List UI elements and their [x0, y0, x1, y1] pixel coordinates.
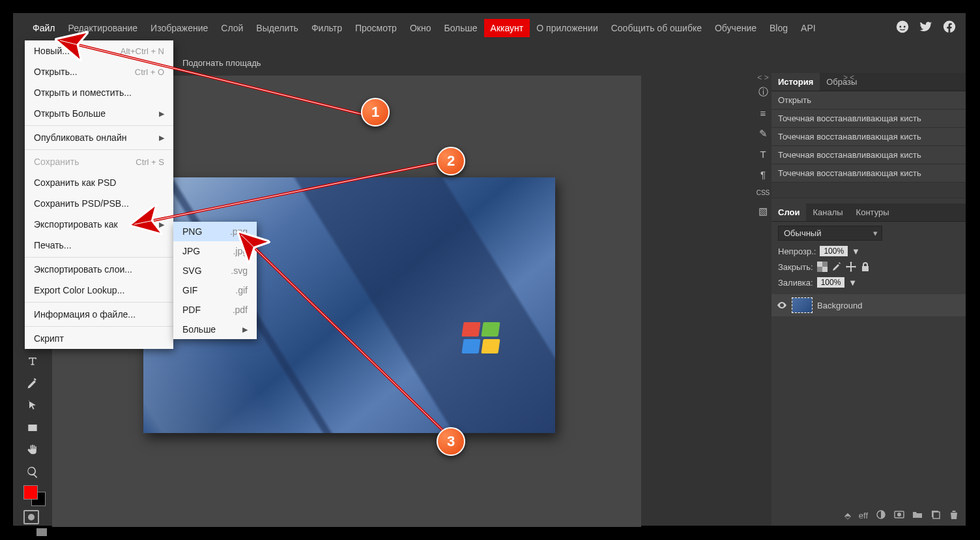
file-save-psb[interactable]: Сохранить PSD/PSB... [25, 193, 173, 214]
rectangle-tool[interactable] [23, 419, 42, 437]
twitter-icon[interactable] [919, 20, 933, 37]
layer-row[interactable]: Background [771, 294, 966, 316]
opacity-value[interactable]: 100% [820, 246, 848, 256]
menu-learn[interactable]: Обучение [708, 19, 763, 37]
paragraph-icon[interactable]: ¶ [760, 169, 766, 180]
pen-tool[interactable] [23, 374, 42, 393]
export-jpg[interactable]: JPG.jpg [173, 241, 257, 261]
export-submenu: PNG.png JPG.jpg SVG.svg GIF.gif PDF.pdf … [173, 222, 257, 339]
file-save-psd[interactable]: Сохранить как PSD [25, 172, 173, 193]
history-item[interactable]: Точечная восстанавливающая кисть [771, 164, 966, 183]
color-swatch[interactable] [23, 485, 46, 506]
brush-icon[interactable]: ✎ [759, 128, 768, 140]
file-export-layers[interactable]: Экспортировать слои... [25, 259, 173, 280]
left-toolbox [23, 352, 43, 536]
menu-more[interactable]: Больше [437, 19, 483, 37]
tab-history[interactable]: История [771, 73, 820, 91]
menu-edit[interactable]: Редактирование [61, 19, 144, 37]
right-panel: < > > < ⓘ ≡ ✎ T ¶ CSS ▧ История Образы О… [771, 73, 966, 526]
panel-nav-left[interactable]: < > [755, 73, 771, 82]
new-layer-icon[interactable] [930, 509, 941, 522]
hand-tool[interactable] [23, 441, 42, 459]
lock-all-icon[interactable] [860, 262, 871, 272]
layer-name[interactable]: Background [817, 301, 862, 310]
lock-pixels-icon[interactable] [817, 262, 828, 272]
reddit-icon[interactable] [895, 20, 910, 37]
history-list: Открыть Точечная восстанавливающая кисть… [771, 91, 966, 198]
history-item[interactable]: Точечная восстанавливающая кисть [771, 110, 966, 128]
tab-layers[interactable]: Слои [771, 203, 806, 221]
svg-point-9 [897, 513, 901, 517]
layer-effects-label[interactable]: eff [859, 511, 868, 520]
menu-report[interactable]: Сообщить об ошибке [605, 19, 708, 37]
screen-mode-icon[interactable] [36, 528, 47, 536]
facebook-icon[interactable] [942, 20, 957, 37]
image-panel-icon[interactable]: ▧ [758, 205, 768, 217]
export-pdf[interactable]: PDF.pdf [173, 300, 257, 320]
opacity-slider-icon[interactable]: ▼ [852, 247, 860, 256]
layer-mask-icon[interactable] [894, 509, 904, 522]
history-item[interactable]: Точечная восстанавливающая кисть [771, 128, 966, 146]
panel-nav-right[interactable]: > < [843, 73, 854, 82]
menu-account[interactable]: Аккаунт [484, 19, 530, 37]
export-png[interactable]: PNG.png [173, 222, 257, 241]
visibility-icon[interactable] [777, 300, 787, 310]
svg-point-1 [899, 26, 901, 28]
menu-blog[interactable]: Blog [763, 19, 794, 37]
file-print[interactable]: Печать... [25, 235, 173, 256]
adjust-icon[interactable]: ≡ [760, 108, 766, 119]
tab-patterns[interactable]: Образы [820, 73, 863, 91]
menu-file[interactable]: Файл [26, 19, 61, 37]
lock-move-icon[interactable] [846, 262, 856, 272]
menu-about[interactable]: О приложении [530, 19, 604, 37]
windows-logo-icon [463, 322, 502, 356]
menu-select[interactable]: Выделить [250, 19, 305, 37]
menu-image[interactable]: Изображение [144, 19, 214, 37]
css-panel-icon[interactable]: CSS [757, 189, 770, 196]
menu-view[interactable]: Просмотр [349, 19, 403, 37]
menu-api[interactable]: API [794, 19, 822, 37]
file-new[interactable]: Новый...Alt+Ctrl + N [25, 40, 173, 61]
menu-layer[interactable]: Слой [214, 19, 250, 37]
svg-rect-11 [933, 512, 940, 518]
text-panel-icon[interactable]: T [760, 149, 766, 160]
file-export-as[interactable]: Экспортировать как▶ [25, 214, 173, 235]
history-item[interactable]: Открыть [771, 91, 966, 110]
tab-paths[interactable]: Контуры [850, 203, 896, 221]
file-script[interactable]: Скрипт [25, 328, 173, 349]
info-icon[interactable]: ⓘ [758, 86, 768, 98]
fill-value[interactable]: 100% [817, 277, 845, 288]
lock-brush-icon[interactable] [831, 262, 842, 272]
svg-rect-6 [822, 267, 828, 272]
new-folder-icon[interactable] [912, 509, 923, 522]
menu-window[interactable]: Окно [403, 19, 438, 37]
quickmask-toggle[interactable] [23, 510, 39, 524]
type-tool[interactable] [23, 352, 42, 370]
file-open-place[interactable]: Открыть и поместить... [25, 82, 173, 103]
tab-channels[interactable]: Каналы [806, 203, 849, 221]
svg-point-0 [897, 21, 908, 33]
fill-slider-icon[interactable]: ▼ [848, 278, 857, 288]
history-tabs: История Образы [771, 73, 966, 91]
file-export-clut[interactable]: Export Color Lookup... [25, 280, 173, 301]
export-more[interactable]: Больше▶ [173, 320, 257, 339]
link-layers-icon[interactable]: ⬘ [844, 511, 851, 520]
adjustment-layer-icon[interactable] [876, 509, 886, 522]
layer-properties: Обычный Непрозр.: 100% ▼ Закрыть: Заливк… [771, 222, 966, 292]
export-svg[interactable]: SVG.svg [173, 261, 257, 280]
menu-filter[interactable]: Фильтр [305, 19, 349, 37]
file-info[interactable]: Информация о файле... [25, 304, 173, 325]
export-gif[interactable]: GIF.gif [173, 280, 257, 300]
layer-thumbnail[interactable] [792, 298, 812, 312]
zoom-tool[interactable] [23, 463, 42, 481]
blend-mode-select[interactable]: Обычный [778, 226, 882, 241]
path-select-tool[interactable] [23, 397, 42, 415]
delete-layer-icon[interactable] [949, 509, 959, 522]
file-open[interactable]: Открыть...Ctrl + O [25, 61, 173, 82]
annotation-badge-3: 3 [437, 427, 465, 456]
history-item-empty [771, 183, 966, 198]
file-publish[interactable]: Опубликовать онлайн▶ [25, 127, 173, 148]
history-item[interactable]: Точечная восстанавливающая кисть [771, 146, 966, 164]
file-open-more[interactable]: Открыть Больше▶ [25, 103, 173, 124]
file-menu-dropdown: Новый...Alt+Ctrl + N Открыть...Ctrl + O … [25, 40, 173, 349]
